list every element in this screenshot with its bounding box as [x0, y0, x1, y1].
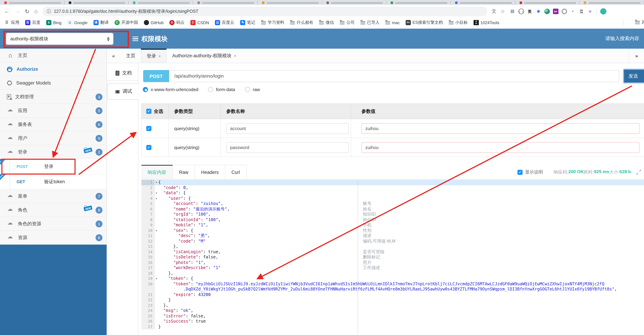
- bookmark-overflow-folder[interactable]: 其: [635, 19, 644, 25]
- extension-icon[interactable]: ✳: [587, 9, 593, 14]
- bookmark-item[interactable]: ES ES搜索引擎文档: [406, 20, 443, 26]
- profile-avatar[interactable]: [600, 8, 606, 14]
- extension-icon[interactable]: {…}: [518, 9, 524, 14]
- browser-tab[interactable]: [64, 0, 129, 5]
- param-value-input[interactable]: [362, 142, 640, 153]
- info-icon[interactable]: ⓘ: [46, 8, 51, 14]
- sidebar-item[interactable]: 菜单 7: [0, 190, 106, 203]
- fullscreen-icon[interactable]: ↗↙: [636, 170, 641, 175]
- translate-icon[interactable]: 文: [492, 8, 496, 14]
- send-button[interactable]: 发送: [623, 69, 644, 84]
- response-tab[interactable]: Raw: [173, 165, 195, 179]
- response-tab[interactable]: 响应内容: [142, 165, 173, 179]
- tab-document[interactable]: 文档: [107, 66, 138, 81]
- home-icon[interactable]: ⌂: [34, 8, 38, 14]
- tab-debug[interactable]: 调试: [107, 83, 139, 100]
- body-type-radio[interactable]: form-data: [208, 87, 235, 92]
- sidebar-item[interactable]: 主页: [0, 49, 106, 62]
- extension-icon[interactable]: Git Zip: [579, 9, 584, 14]
- show-description-checkbox[interactable]: ✓: [518, 170, 522, 175]
- bookmark-item[interactable]: 什么都有: [290, 20, 313, 26]
- sidebar-item[interactable]: Authorize: [0, 62, 106, 76]
- bookmark-item[interactable]: ⠿ 应用: [4, 20, 19, 26]
- bookmark-item[interactable]: 百 百度: [25, 20, 40, 26]
- body-type-radio[interactable]: x-www-form-urlencoded: [143, 87, 198, 92]
- hamburger-icon[interactable]: [132, 36, 138, 41]
- param-value-input[interactable]: [362, 123, 640, 134]
- collapse-tabs-icon[interactable]: «: [112, 53, 115, 59]
- address-bar[interactable]: ⓘ 127.0.0.1:8760/api/gate/doc.html#/auth…: [42, 6, 488, 16]
- bookmark-item[interactable]: 已导入: [360, 20, 380, 26]
- extension-icon[interactable]: [536, 9, 541, 14]
- sidebar-item[interactable]: 登录 NEW 2: [0, 145, 106, 159]
- close-tab-icon[interactable]: ×: [234, 53, 236, 58]
- extension-icon[interactable]: 英: [527, 9, 532, 14]
- response-body-editor[interactable]: 1▾{2 "code": 0,3▾ "data": {4▾ "user": {5…: [142, 180, 644, 335]
- extension-icon[interactable]: ▼: [570, 9, 576, 14]
- forward-icon[interactable]: →: [14, 8, 20, 14]
- bookmark-item[interactable]: b Bing: [46, 20, 62, 25]
- sidebar-item[interactable]: NEW POST 登录: [0, 159, 106, 174]
- close-tab-icon[interactable]: ×: [158, 54, 161, 59]
- row-checkbox[interactable]: ✓: [146, 126, 152, 131]
- sidebar-item[interactable]: 应用 5: [0, 104, 106, 118]
- expand-tabs-icon[interactable]: »: [629, 49, 644, 63]
- sidebar-item[interactable]: Swagger Models: [0, 76, 106, 90]
- body-type-radio[interactable]: raw: [245, 87, 260, 92]
- bookmark-item[interactable]: G 码云: [169, 20, 184, 26]
- bookmark-item[interactable]: C CSDN: [190, 20, 209, 25]
- browser-tab[interactable]: [0, 0, 64, 5]
- sidebar-item[interactable]: 角色 NEW 8: [0, 203, 106, 217]
- bookmark-item[interactable]: mac: [385, 20, 400, 25]
- extension-icon[interactable]: [562, 9, 567, 14]
- bookmark-item[interactable]: 10 24 1024Tools: [474, 20, 499, 25]
- sidebar-item[interactable]: 文档管理 3: [0, 90, 106, 104]
- browser-tab[interactable]: [322, 0, 386, 5]
- content-tab[interactable]: 登录 ×: [141, 49, 167, 63]
- response-tab[interactable]: Headers: [195, 165, 225, 179]
- url-text[interactable]: 127.0.0.1:8760/api/gate/doc.html#/author…: [54, 8, 198, 14]
- param-name-input[interactable]: [226, 123, 349, 134]
- sidebar-item-label: 服务表: [18, 121, 32, 128]
- browser-tab[interactable]: [129, 0, 193, 5]
- reload-icon[interactable]: ↻: [25, 8, 30, 15]
- bookmark-item[interactable]: 小目标: [449, 20, 468, 26]
- row-checkbox[interactable]: ✓: [146, 145, 152, 150]
- service-select[interactable]: authority-权限模块: [6, 33, 114, 45]
- sidebar-item[interactable]: 服务表 6: [0, 118, 106, 132]
- browser-tab[interactable]: [258, 0, 322, 5]
- bookmark-item[interactable]: 微信: [319, 20, 334, 26]
- browser-tab[interactable]: [451, 0, 515, 5]
- back-icon[interactable]: ←: [4, 8, 10, 14]
- bookmark-item[interactable]: 公司: [340, 20, 354, 26]
- browser-tab[interactable]: [386, 0, 451, 5]
- browser-tab[interactable]: [193, 0, 258, 5]
- bookmark-item[interactable]: C 开源中国: [114, 20, 138, 26]
- bookmark-item[interactable]: 译 翻译: [93, 20, 108, 26]
- content-tab[interactable]: 主页: [120, 49, 141, 63]
- bookmark-item[interactable]: ✎ 笔记: [240, 20, 255, 26]
- bookmark-item[interactable]: 学习资料: [261, 20, 284, 26]
- select-all-checkbox[interactable]: ✓: [146, 109, 152, 114]
- bookmark-item[interactable]: 云 百度云: [215, 20, 234, 26]
- content-tab[interactable]: Authorize-authority-权限模块 ×: [167, 49, 242, 63]
- sidebar-item[interactable]: 用户 9: [0, 132, 106, 145]
- extension-icon[interactable]: [544, 9, 550, 14]
- sidebar-item[interactable]: NEW GET 验证token: [0, 174, 106, 190]
- param-name-input[interactable]: [226, 142, 349, 153]
- browser-tab[interactable]: [580, 0, 644, 5]
- tab-title-cutoff: [9, 2, 61, 4]
- browser-tab[interactable]: [515, 0, 580, 5]
- tab-title-cutoff: [589, 2, 640, 4]
- bookmark-item[interactable]: GitHub: [144, 20, 164, 25]
- sidebar-item[interactable]: 角色的资源 1: [0, 217, 106, 231]
- search-input[interactable]: 请输入搜索内容: [605, 36, 639, 42]
- response-tab[interactable]: Curl: [225, 165, 247, 179]
- request-url-input[interactable]: [169, 70, 619, 82]
- extension-icon[interactable]: 回: [510, 9, 515, 14]
- bookmark-item[interactable]: G Google: [67, 20, 88, 25]
- bookmark-star-icon[interactable]: ☆: [500, 9, 505, 14]
- sidebar-item[interactable]: 资源 6: [0, 231, 106, 244]
- code-line: 18 },: [142, 271, 644, 276]
- extension-icon[interactable]: RP: [553, 9, 558, 14]
